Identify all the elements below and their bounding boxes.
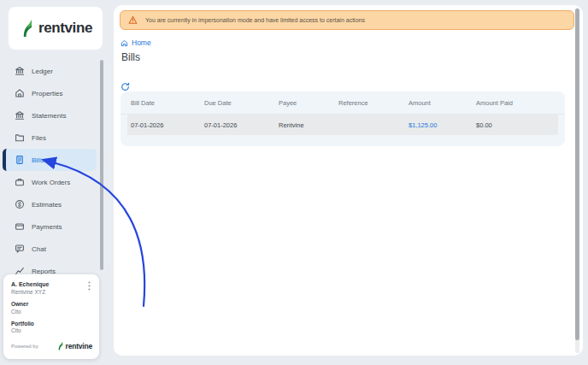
owner-label: Owner (11, 301, 92, 307)
sidebar-item-ledger[interactable]: Ledger (0, 60, 111, 82)
owner-value: Cito (11, 309, 92, 315)
column-header-bill-date: Bill Date (131, 99, 204, 107)
chat-icon (15, 244, 25, 254)
user-name: A. Echenique (11, 281, 49, 287)
ellipsis-icon (88, 281, 91, 291)
main-scrollbar-thumb[interactable] (575, 9, 579, 340)
table-header-row: Bill DateDue DatePayeeReferenceAmountAmo… (121, 91, 565, 115)
briefcase-icon (15, 177, 25, 187)
sidebar-nav: Ledger Properties Statements Files Bills… (0, 60, 111, 282)
banner-text: You are currently in impersonation mode … (145, 17, 365, 23)
refresh-button[interactable] (121, 82, 130, 91)
portfolio-value: Cito (11, 327, 92, 333)
sidebar-item-files[interactable]: Files (0, 127, 111, 149)
sidebar-item-properties[interactable]: Properties (0, 82, 111, 104)
folder-icon (15, 132, 25, 143)
bills-table: Bill DateDue DatePayeeReferenceAmountAmo… (121, 91, 565, 146)
sidebar-scrollbar[interactable] (100, 60, 103, 270)
breadcrumb-home-link[interactable]: Home (132, 38, 151, 47)
sidebar-item-statements[interactable]: Statements (0, 104, 111, 127)
sidebar-item-payments[interactable]: Payments (0, 215, 111, 238)
user-company: Rentvine XYZ (11, 289, 49, 295)
impersonation-banner: You are currently in impersonation mode … (120, 10, 574, 30)
card-icon (15, 221, 25, 232)
powered-by-wordmark: rentvine (66, 342, 92, 350)
cell-due-date: 07-01-2026 (204, 121, 279, 129)
breadcrumb[interactable]: Home (121, 38, 151, 48)
column-header-due-date: Due Date (204, 99, 279, 107)
column-header-payee: Payee (279, 99, 338, 107)
sidebar: rentvine Ledger Properties Statements Fi… (0, 0, 111, 365)
house-icon (15, 88, 25, 98)
leaf-logo-icon (56, 341, 64, 350)
page-title: Bills (121, 51, 140, 63)
powered-by-logo: rentvine (56, 341, 92, 350)
powered-by-label: Powered by (11, 344, 38, 349)
bank-icon (15, 66, 25, 76)
sidebar-item-chat[interactable]: Chat (0, 238, 111, 260)
column-header-amount: Amount (409, 99, 476, 107)
main-content: You are currently in impersonation mode … (114, 5, 583, 356)
user-card: A. Echenique Rentvine XYZ Owner Cito Por… (3, 274, 99, 359)
sidebar-item-work-orders[interactable]: Work Orders (0, 171, 111, 193)
column-header-reference: Reference (338, 99, 409, 107)
dollar-circle-icon (15, 199, 25, 209)
document-icon (15, 155, 25, 165)
cell-payee: Rentvine (279, 121, 338, 129)
user-menu-button[interactable] (85, 281, 92, 290)
column-header-amount-paid: Amount Paid (476, 99, 555, 107)
bank-icon (15, 110, 25, 121)
sidebar-item-bills[interactable]: Bills (3, 149, 97, 171)
cell-amount-paid: $0.00 (476, 121, 555, 129)
table-body: 07-01-202607-01-2026Rentvine$1,125.00$0.… (121, 115, 565, 135)
portfolio-label: Portfolio (11, 321, 92, 327)
cell-bill-date: 07-01-2026 (131, 121, 204, 129)
warning-icon (128, 15, 138, 25)
cell-amount[interactable]: $1,125.00 (409, 121, 476, 129)
logo-card[interactable]: rentvine (9, 7, 103, 50)
refresh-icon (121, 82, 130, 91)
leaf-logo-icon (19, 19, 35, 38)
table-row[interactable]: 07-01-202607-01-2026Rentvine$1,125.00$0.… (127, 115, 558, 135)
logo-wordmark: rentvine (38, 20, 92, 37)
home-icon (121, 39, 128, 47)
sidebar-item-estimates[interactable]: Estimates (0, 193, 111, 215)
